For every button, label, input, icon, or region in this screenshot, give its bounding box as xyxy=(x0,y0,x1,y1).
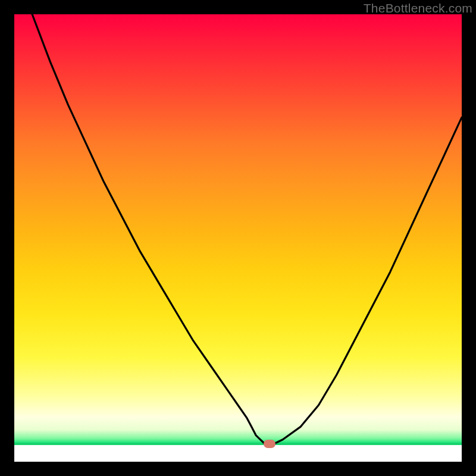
optimum-marker xyxy=(264,440,275,448)
plot-area xyxy=(14,14,462,462)
chart-frame: TheBottleneck.com xyxy=(0,0,476,476)
attribution-text: TheBottleneck.com xyxy=(364,1,472,15)
bottleneck-curve xyxy=(14,14,462,462)
